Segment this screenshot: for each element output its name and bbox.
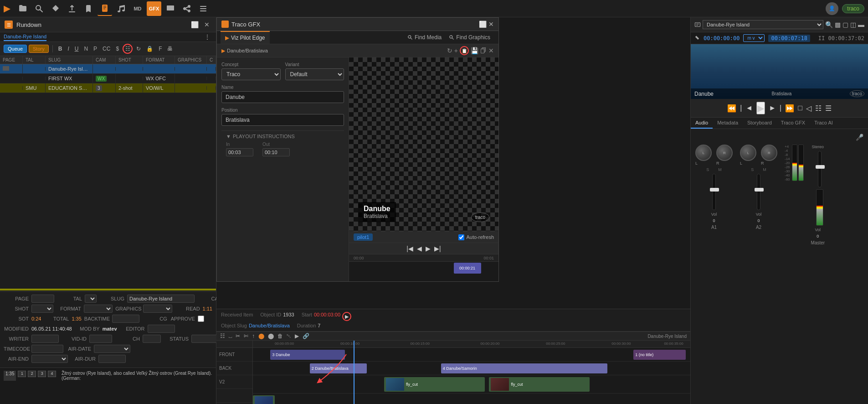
tl-clip-danube[interactable]: 3 Danube [270, 350, 344, 360]
variant-select[interactable]: Default [285, 68, 344, 80]
playout-header[interactable]: ▼ PLAYOUT INSTRUCTIONS [226, 134, 339, 139]
received-action-btn[interactable]: ▶ [342, 312, 351, 321]
bc-close-btn[interactable]: ✕ [488, 46, 494, 55]
nav-gfx-badge[interactable]: GFX [147, 1, 161, 16]
name-input[interactable] [221, 91, 344, 103]
table-row[interactable]: SMU EDUCATION SUMMIT 3 2-shot VO/W/L [0, 83, 216, 93]
tl-snap-btn[interactable]: ⎵ [229, 333, 232, 339]
right-layout-btn1[interactable]: ▩ [835, 21, 841, 28]
knob-r-a1[interactable]: R [716, 145, 733, 161]
trans-go-start[interactable]: ⏪ [727, 104, 736, 113]
refresh-btn[interactable]: ↻ [134, 45, 143, 53]
tl-clip-flycut1[interactable]: fly_cut [384, 377, 485, 392]
lock-btn[interactable]: 🔒 [144, 45, 155, 53]
auto-refresh[interactable]: Auto-refresh [458, 234, 494, 240]
table-row[interactable]: FIRST WX WX WX OFC [0, 74, 216, 83]
print-btn[interactable]: 🖶 [165, 45, 175, 53]
bold-btn[interactable]: B [56, 45, 64, 53]
airdur-input[interactable] [98, 355, 126, 363]
fader-a1[interactable] [712, 174, 716, 210]
expand-btn[interactable]: ⬜ [189, 20, 200, 29]
writer-input[interactable] [31, 335, 59, 343]
dollar-btn[interactable]: $ [114, 45, 121, 53]
next-btn[interactable]: ▶| [434, 245, 441, 252]
gfx-close-btn[interactable]: ✕ [488, 21, 494, 28]
knob-r-a2[interactable]: R [761, 145, 777, 161]
fader-thumb-a2[interactable] [755, 188, 764, 192]
tl-clip-samorin[interactable]: 4 Danube/Samorin [441, 363, 607, 373]
nav-folder[interactable] [15, 1, 30, 16]
story-tab-btn[interactable]: Story [29, 45, 49, 53]
tab-storyboard[interactable]: Storyboard [743, 118, 776, 129]
trans-mark-out[interactable]: | [780, 104, 781, 112]
position-input[interactable] [221, 114, 344, 126]
tl-more-color-btn[interactable]: ⬤ [268, 333, 274, 339]
master-fader-track[interactable] [818, 151, 822, 187]
concept-select[interactable]: Traco [221, 68, 281, 80]
tal-select[interactable] [85, 295, 97, 303]
airend-select[interactable] [31, 355, 68, 363]
bc-add-btn[interactable]: + [454, 46, 458, 55]
airdate-select[interactable] [94, 345, 130, 353]
grid-btn[interactable]: ☷ [123, 44, 133, 54]
nav-list[interactable] [196, 1, 211, 16]
tl-clip-flycut2[interactable]: fly_cut [489, 377, 590, 392]
approve-checkbox[interactable] [198, 316, 204, 322]
nav-monitor[interactable] [163, 1, 178, 16]
paragraph-btn[interactable]: P [92, 45, 99, 53]
graphics-select[interactable] [143, 305, 172, 313]
bc-copy-btn[interactable]: 📋 [460, 46, 469, 55]
underline-btn[interactable]: U [73, 45, 81, 53]
trans-settings[interactable]: ☷ [815, 104, 822, 113]
in-input[interactable] [226, 148, 253, 156]
trans-play[interactable]: ▶ [756, 102, 765, 114]
out-input[interactable] [262, 148, 290, 156]
rundown-tab[interactable]: Danube-Rye Island [4, 33, 46, 41]
knob-l-a1[interactable]: L [695, 145, 712, 161]
right-layout-btn4[interactable]: ▬ [858, 21, 864, 28]
nav-search[interactable] [32, 1, 46, 16]
close-rundown-btn[interactable]: ✕ [202, 20, 211, 29]
find-graphics-btn[interactable]: Find Graphics [446, 33, 493, 41]
prev-btn[interactable]: ◀ [417, 245, 422, 252]
find-media-btn[interactable]: Find Media [405, 33, 444, 41]
tl-delete-btn[interactable]: 🗑 [277, 333, 283, 339]
tl-clip-bratislava[interactable]: 2 Danube/Bratislava [310, 363, 367, 373]
fader-thumb-a1[interactable] [710, 188, 719, 192]
tl-cut-btn[interactable]: ✄ [244, 333, 248, 339]
time-zoom-select[interactable]: m v [743, 34, 765, 42]
viz-pilot-tab[interactable]: ▶ Viz Pilot Edge [221, 31, 270, 44]
nav-script[interactable] [98, 1, 112, 16]
trans-go-end[interactable]: ⏩ [785, 104, 794, 113]
trans-mark-in[interactable]: | [740, 104, 742, 112]
trans-extra-left[interactable]: □ [798, 104, 802, 112]
format-select[interactable] [84, 305, 113, 313]
trans-extra-right[interactable]: ◁ [806, 104, 812, 113]
sequence-select[interactable]: Danube-Rye Island [703, 20, 823, 29]
auto-refresh-checkbox[interactable] [458, 234, 464, 240]
nav-bookmark[interactable] [81, 1, 96, 16]
page-input[interactable] [31, 295, 54, 303]
timeline-playhead[interactable] [354, 341, 354, 404]
italic-btn[interactable]: I [66, 45, 71, 53]
play-btn[interactable]: ▶ [426, 245, 431, 252]
gfx-expand-btn[interactable]: ⬜ [479, 21, 487, 28]
nav-diamond[interactable] [48, 1, 63, 16]
cc-btn[interactable]: CC [101, 45, 112, 53]
tab-traco-gfx[interactable]: Traco GFX [776, 118, 810, 129]
slug-input[interactable] [127, 295, 195, 303]
right-layout-btn3[interactable]: ◫ [850, 21, 856, 28]
page-3-btn[interactable]: 3 [38, 371, 46, 377]
fader-a2[interactable] [757, 174, 760, 210]
knob-l-a2[interactable]: L [740, 145, 756, 161]
page-4-btn[interactable]: 4 [48, 371, 56, 377]
tab-menu-btn[interactable]: ⋮ [202, 32, 212, 41]
status-input[interactable] [191, 335, 219, 343]
tl-razor-btn[interactable]: ✂ [236, 333, 240, 339]
tl-clip-v3[interactable] [253, 395, 275, 404]
ch-input[interactable] [143, 335, 161, 343]
tl-playhead[interactable]: 00:00:21 [454, 263, 481, 274]
tl-monitor-btn[interactable]: ␀ [287, 333, 291, 339]
nav-share[interactable] [180, 1, 194, 16]
vidid-input[interactable] [89, 335, 112, 343]
